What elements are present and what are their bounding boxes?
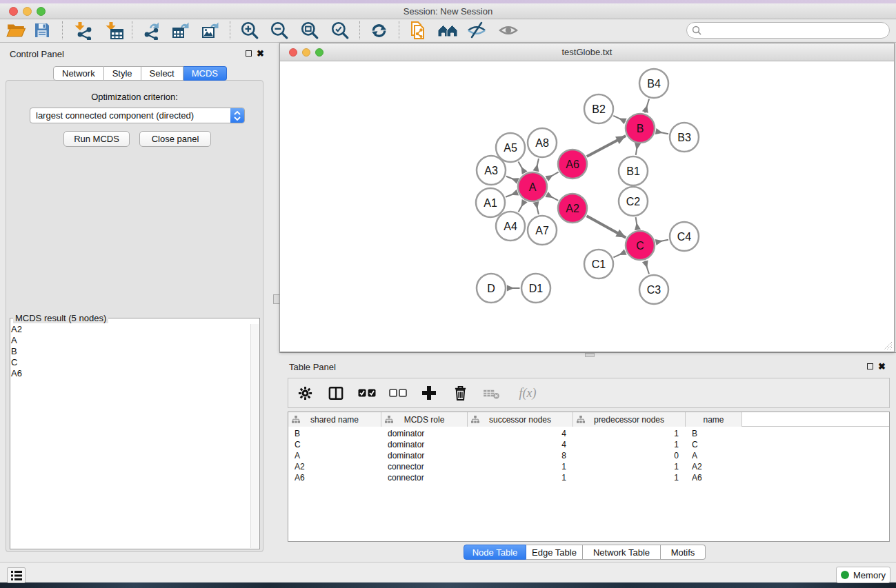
table-cell[interactable]: 1 <box>468 472 573 483</box>
table-cell[interactable]: A2 <box>686 461 742 472</box>
refresh-button[interactable] <box>366 19 392 41</box>
table-cell[interactable]: A6 <box>686 472 742 483</box>
criterion-dropdown[interactable]: largest connected component (directed) <box>30 108 245 123</box>
tab-mcds[interactable]: MCDS <box>183 66 227 81</box>
table-row-A2[interactable]: A2connector11A2 <box>288 461 889 472</box>
task-history-button[interactable] <box>7 567 26 583</box>
table-row-B[interactable]: Bdominator41B <box>288 428 889 439</box>
memory-button[interactable]: Memory <box>836 567 890 583</box>
horizontal-split-grip[interactable] <box>585 353 595 357</box>
minimize-network-window-button[interactable] <box>302 48 310 57</box>
create-column-button[interactable] <box>419 383 439 403</box>
close-table-panel-icon[interactable]: ✖ <box>878 363 886 370</box>
delete-column-button[interactable] <box>450 383 470 403</box>
table-cell[interactable]: 4 <box>468 428 573 439</box>
mcds-result-item[interactable]: A6 <box>11 368 22 379</box>
zoom-out-button[interactable] <box>266 19 292 41</box>
import-table-button[interactable] <box>101 19 128 41</box>
search-input[interactable] <box>704 26 889 35</box>
table-cell[interactable]: B <box>288 428 381 439</box>
zoom-window-button[interactable] <box>37 7 46 16</box>
tab-node-table[interactable]: Node Table <box>464 545 526 560</box>
export-image-button[interactable] <box>197 19 223 41</box>
export-table-button[interactable] <box>168 19 194 41</box>
table-cell[interactable]: A6 <box>288 472 381 483</box>
delete-table-button[interactable] <box>481 383 501 403</box>
table-cell[interactable]: 1 <box>573 439 686 450</box>
save-session-button[interactable] <box>29 19 55 41</box>
tab-select[interactable]: Select <box>141 66 183 81</box>
table-cell[interactable]: B <box>686 428 742 439</box>
table-cell[interactable]: dominator <box>381 450 468 461</box>
float-panel-icon[interactable] <box>246 50 252 57</box>
table-cell[interactable]: connector <box>381 472 468 483</box>
edge-arrowhead <box>507 285 515 291</box>
function-builder-button[interactable]: f(x) <box>512 383 543 403</box>
control-panel-tabs: NetworkStyleSelectMCDS <box>53 66 227 81</box>
mcds-result-item[interactable]: A <box>11 335 22 346</box>
unselect-all-columns-button[interactable] <box>388 383 408 403</box>
search-field[interactable] <box>686 22 890 39</box>
table-cell[interactable]: dominator <box>381 428 468 439</box>
toolbar-separator <box>399 21 399 39</box>
close-panel-button[interactable]: Close panel <box>139 131 211 147</box>
table-cell[interactable]: A <box>686 450 742 461</box>
window-resize-grip[interactable] <box>884 341 893 350</box>
column-header-shared-name[interactable]: shared name <box>288 412 381 427</box>
run-mcds-button[interactable]: Run MCDS <box>63 131 130 147</box>
close-network-window-button[interactable] <box>289 48 297 57</box>
column-header-successor-nodes[interactable]: successor nodes <box>468 412 573 427</box>
mcds-result-item[interactable]: B <box>11 346 22 357</box>
table-cell[interactable]: dominator <box>381 439 468 450</box>
close-window-button[interactable] <box>9 7 18 16</box>
table-settings-button[interactable] <box>295 383 315 403</box>
zoom-in-button[interactable] <box>237 19 263 41</box>
table-cell[interactable]: 8 <box>468 450 573 461</box>
table-row-A[interactable]: Adominator80A <box>288 450 889 461</box>
hide-details-button[interactable] <box>464 19 490 41</box>
tab-motifs[interactable]: Motifs <box>661 545 706 560</box>
table-row-C[interactable]: Cdominator41C <box>288 439 889 450</box>
tab-network-table[interactable]: Network Table <box>583 545 661 560</box>
graph-node-label: A <box>529 181 537 193</box>
zoom-fit-button[interactable] <box>297 19 323 41</box>
mcds-result-title: MCDS result (5 nodes) <box>13 313 108 323</box>
column-header-MCDS-role[interactable]: MCDS role <box>381 412 468 427</box>
open-session-button[interactable] <box>3 19 29 41</box>
zoom-selected-button[interactable] <box>327 19 353 41</box>
select-all-columns-button[interactable] <box>357 383 377 403</box>
tab-network[interactable]: Network <box>53 66 104 81</box>
new-network-file-button[interactable] <box>405 19 431 41</box>
tab-style[interactable]: Style <box>104 66 141 81</box>
close-panel-icon[interactable]: ✖ <box>257 50 264 57</box>
network-canvas[interactable]: A5A8A3A1A4A7AA6A2BB2B4B3B1CC2C4C1C3DD1 <box>280 61 894 352</box>
table-row-A6[interactable]: A6connector11A6 <box>288 472 889 483</box>
table-cell[interactable]: 1 <box>573 428 686 439</box>
table-cell[interactable]: connector <box>381 461 468 472</box>
mcds-result-item[interactable]: C <box>11 357 22 368</box>
table-cell[interactable]: 1 <box>468 461 573 472</box>
tab-edge-table[interactable]: Edge Table <box>526 545 583 560</box>
table-cell[interactable]: C <box>288 439 381 450</box>
column-header-name[interactable]: name <box>686 412 742 427</box>
result-scrollbar[interactable] <box>250 324 259 548</box>
zoom-network-window-button[interactable] <box>315 48 323 57</box>
mcds-result-item[interactable]: A2 <box>11 324 22 335</box>
table-cell[interactable]: 4 <box>468 439 573 450</box>
table-cell[interactable]: 1 <box>573 461 686 472</box>
float-table-panel-icon[interactable] <box>867 363 873 369</box>
table-cell[interactable]: A2 <box>288 461 381 472</box>
minimize-window-button[interactable] <box>23 7 32 16</box>
home-button[interactable] <box>435 19 461 41</box>
table-cell[interactable]: A <box>288 450 381 461</box>
export-network-button[interactable] <box>138 19 164 41</box>
table-cell[interactable]: C <box>686 439 742 450</box>
export-network-icon <box>142 21 161 40</box>
import-network-button[interactable] <box>70 19 97 41</box>
toggle-panes-button[interactable] <box>326 383 346 403</box>
desktop-wallpaper-bottom <box>0 582 896 588</box>
table-cell[interactable]: 1 <box>573 472 686 483</box>
show-details-button[interactable] <box>495 19 521 41</box>
column-header-predecessor-nodes[interactable]: predecessor nodes <box>573 412 686 427</box>
table-cell[interactable]: 0 <box>573 450 686 461</box>
